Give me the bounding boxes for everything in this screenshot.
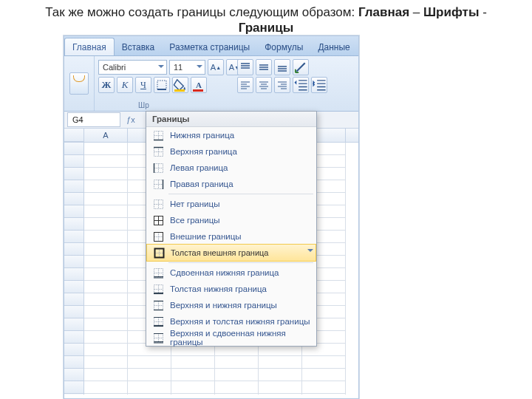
cell[interactable] <box>215 356 259 369</box>
row-header[interactable] <box>64 143 84 155</box>
cell[interactable] <box>171 394 215 395</box>
orientation-button[interactable] <box>293 59 309 75</box>
increase-indent-button[interactable] <box>311 77 327 93</box>
row-header[interactable] <box>64 168 84 180</box>
fx-icon[interactable]: ƒx <box>123 115 138 124</box>
align-middle-button[interactable] <box>256 59 272 75</box>
align-center-button[interactable] <box>256 77 272 93</box>
name-box[interactable]: G4 <box>67 112 120 127</box>
underline-button[interactable]: Ч <box>135 77 151 93</box>
cell[interactable] <box>84 331 128 344</box>
align-bottom-button[interactable] <box>274 59 290 75</box>
border-menu-item[interactable]: Все границы <box>146 212 316 228</box>
border-menu-item[interactable]: Верхняя и сдвоенная нижняя границы <box>146 330 316 346</box>
row-header[interactable] <box>64 205 84 218</box>
cell[interactable] <box>128 381 171 394</box>
cell[interactable] <box>84 381 128 394</box>
cell[interactable] <box>84 205 128 218</box>
cell[interactable] <box>84 318 128 331</box>
paste-icon[interactable] <box>69 72 89 95</box>
align-top-button[interactable] <box>237 59 253 75</box>
border-menu-item[interactable]: Верхняя граница <box>146 143 316 160</box>
font-name-select[interactable]: Calibri <box>98 60 167 75</box>
tab-insert[interactable]: Вставка <box>115 38 163 55</box>
row-header[interactable] <box>64 369 84 381</box>
font-size-select[interactable]: 11 <box>169 60 205 75</box>
cell[interactable] <box>302 394 346 395</box>
tab-home[interactable]: Главная <box>64 38 115 55</box>
row-header[interactable] <box>64 318 84 331</box>
cell[interactable] <box>128 356 171 369</box>
cell[interactable] <box>84 231 128 243</box>
border-menu-item[interactable]: Нет границы <box>146 196 316 212</box>
border-menu-item[interactable]: Верхняя и нижняя границы <box>146 297 316 313</box>
row-header[interactable] <box>64 344 84 356</box>
row-header[interactable] <box>64 193 84 205</box>
row-header[interactable] <box>64 356 84 369</box>
font-color-button[interactable]: A <box>191 77 207 93</box>
border-menu-item[interactable]: Толстая нижняя граница <box>146 281 316 297</box>
tab-formulas[interactable]: Формулы <box>257 38 310 55</box>
cell[interactable] <box>84 394 128 395</box>
row-header[interactable] <box>64 155 84 168</box>
grow-font-button[interactable]: A▲ <box>208 59 224 75</box>
cell[interactable] <box>84 155 128 168</box>
cell[interactable] <box>84 281 128 293</box>
cell[interactable] <box>84 268 128 281</box>
border-menu-item[interactable]: Нижняя граница <box>146 127 316 143</box>
align-left-button[interactable] <box>237 77 253 93</box>
row-header[interactable] <box>64 394 84 395</box>
row-header[interactable] <box>64 281 84 293</box>
row-header[interactable] <box>64 218 84 231</box>
border-menu-item[interactable]: Правая граница <box>146 176 316 192</box>
row-header[interactable] <box>64 293 84 306</box>
row-header[interactable] <box>64 268 84 281</box>
row-header[interactable] <box>64 306 84 318</box>
cell[interactable] <box>84 143 128 155</box>
cell[interactable] <box>128 369 171 381</box>
cell[interactable] <box>128 394 171 395</box>
cell[interactable] <box>302 381 346 394</box>
fill-color-button[interactable] <box>172 77 188 93</box>
borders-button[interactable] <box>154 77 170 93</box>
cell[interactable] <box>84 218 128 231</box>
border-menu-item[interactable]: Левая граница <box>146 160 316 176</box>
align-right-button[interactable] <box>274 77 290 93</box>
cell[interactable] <box>84 193 128 205</box>
cell[interactable] <box>84 180 128 193</box>
cell[interactable] <box>259 394 302 395</box>
cell[interactable] <box>259 356 302 369</box>
tab-data[interactable]: Данные <box>310 38 357 55</box>
border-menu-item[interactable]: Внешние границы <box>146 228 316 245</box>
row-header[interactable] <box>64 381 84 394</box>
cell[interactable] <box>84 369 128 381</box>
border-menu-item[interactable]: Сдвоенная нижняя граница <box>146 265 316 281</box>
cell[interactable] <box>171 356 215 369</box>
tab-page-layout[interactable]: Разметка страницы <box>162 38 257 55</box>
cell[interactable] <box>84 344 128 356</box>
cell[interactable] <box>84 243 128 256</box>
select-all-corner[interactable] <box>64 129 84 142</box>
cell[interactable] <box>171 369 215 381</box>
decrease-indent-button[interactable] <box>293 77 309 93</box>
cell[interactable] <box>84 256 128 268</box>
row-header[interactable] <box>64 231 84 243</box>
border-menu-item[interactable]: Верхняя и толстая нижняя границы <box>146 313 316 330</box>
border-menu-item[interactable]: Толстая внешняя граница <box>146 244 316 262</box>
row-header[interactable] <box>64 180 84 193</box>
row-header[interactable] <box>64 256 84 268</box>
row-header[interactable] <box>64 331 84 344</box>
cell[interactable] <box>84 306 128 318</box>
cell[interactable] <box>84 168 128 180</box>
cell[interactable] <box>84 293 128 306</box>
cell[interactable] <box>171 381 215 394</box>
cell[interactable] <box>302 356 346 369</box>
cell[interactable] <box>259 369 302 381</box>
cell[interactable] <box>84 356 128 369</box>
col-header-A[interactable]: A <box>84 129 128 142</box>
italic-button[interactable]: К <box>117 77 133 93</box>
cell[interactable] <box>215 369 259 381</box>
cell[interactable] <box>215 394 259 395</box>
row-header[interactable] <box>64 243 84 256</box>
cell[interactable] <box>302 369 346 381</box>
